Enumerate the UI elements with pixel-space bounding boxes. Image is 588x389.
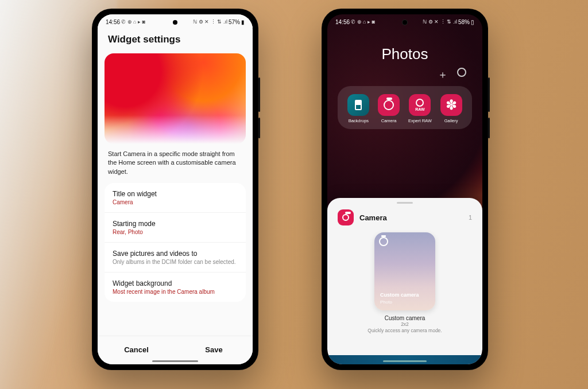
row-label: Save pictures and videos to [113,250,238,258]
app-label: Expert RAW [408,118,432,123]
home-indicator[interactable] [383,360,427,362]
screen-home-widgets: 14:56 ✆ ⊕ ⌂ ▸ ◙ ℕ ⚙ ✕ ⋮ ⇅ .ıl 58% ▯ Phot… [327,14,482,364]
status-left-icons: ✆ ⊕ ⌂ ▸ ◙ [351,19,375,25]
expert-raw-icon: RAW [409,94,431,116]
nav-bar [327,355,482,364]
widget-preview-subtitle: Photo [380,299,430,305]
app-camera[interactable]: Camera [378,94,400,123]
sheet-widget-count: 1 [469,214,472,221]
status-left-icons: ✆ ⊕ ⌂ ▸ ◙ [121,20,145,25]
camera-notch [403,20,407,25]
row-value: Only albums in the DCIM folder can be se… [113,259,238,265]
widget-preview-image [105,53,246,144]
app-label: Backdrops [349,118,369,123]
widget-meta: Custom camera 2x2 Quickly access any cam… [327,315,482,333]
app-label: Gallery [444,118,458,123]
widget-dimensions: 2x2 [327,321,482,327]
side-button [488,77,490,112]
camera-icon [378,94,400,116]
row-value: Camera [113,199,238,205]
status-battery: 58% [458,19,470,25]
title-area: Widget settings [98,28,253,50]
backdrops-icon [347,94,369,116]
sheet-header: Camera 1 [327,204,482,229]
status-right-icons: ℕ ⚙ ✕ ⋮ ⇅ .ıl [193,19,227,25]
row-label: Starting mode [113,220,238,228]
app-backdrops[interactable]: Backdrops [347,94,369,123]
phone-right: 14:56 ✆ ⊕ ⌂ ▸ ◙ ℕ ⚙ ✕ ⋮ ⇅ .ıl 58% ▯ Phot… [322,9,488,370]
camera-notch [173,20,177,25]
page-title: Widget settings [108,34,242,45]
status-battery: 57% [229,19,240,25]
widget-preview-tile[interactable]: Custom camera Photo [374,232,435,310]
battery-icon: ▯ [471,19,474,25]
camera-app-icon [338,209,354,225]
app-expert-raw[interactable]: RAW Expert RAW [408,94,432,123]
phone-left: 14:56 ✆ ⊕ ⌂ ▸ ◙ ℕ ⚙ ✕ ⋮ ⇅ .ıl 57% ▮ Widg… [92,9,258,370]
widget-hint: Quickly access any camera mode. [327,328,482,333]
widget-name: Custom camera [327,315,482,321]
folder-grid: Backdrops Camera RAW Expert RAW ✽ Galler… [338,86,472,129]
battery-icon: ▮ [241,19,245,25]
screen-widget-settings: 14:56 ✆ ⊕ ⌂ ▸ ◙ ℕ ⚙ ✕ ⋮ ⇅ .ıl 57% ▮ Widg… [98,14,253,364]
widget-preview-title: Custom camera [380,293,430,298]
side-button [488,118,490,138]
side-button [258,118,260,138]
row-starting-mode[interactable]: Starting mode Rear, Photo [105,213,246,243]
row-label: Widget background [113,279,238,287]
settings-list: Title on widget Camera Starting mode Rea… [98,183,253,302]
row-save-location[interactable]: Save pictures and videos to Only albums … [105,243,246,273]
gallery-icon: ✽ [440,94,462,116]
color-ring-icon[interactable] [457,68,466,77]
app-label: Camera [381,118,397,123]
row-value: Most recent image in the Camera album [113,289,238,295]
add-icon[interactable]: ＋ [438,68,448,81]
status-time: 14:56 [335,19,350,25]
camera-icon [379,237,388,246]
status-time: 14:56 [106,19,120,25]
side-button [258,77,260,112]
folder-actions: ＋ [327,68,482,86]
app-gallery[interactable]: ✽ Gallery [440,94,462,123]
row-value: Rear, Photo [113,229,238,235]
description-text: Start Camera in a specific mode straight… [98,144,253,183]
row-title-on-widget[interactable]: Title on widget Camera [105,183,246,213]
sheet-app-name: Camera [359,213,463,222]
widget-picker-sheet[interactable]: Camera 1 Custom camera Photo Custom came… [327,198,482,364]
home-indicator[interactable] [152,360,198,362]
row-widget-background[interactable]: Widget background Most recent image in t… [105,273,246,302]
status-right-icons: ℕ ⚙ ✕ ⋮ ⇅ .ıl [423,19,457,25]
folder-title: Photos [327,28,482,68]
row-label: Title on widget [113,190,238,198]
